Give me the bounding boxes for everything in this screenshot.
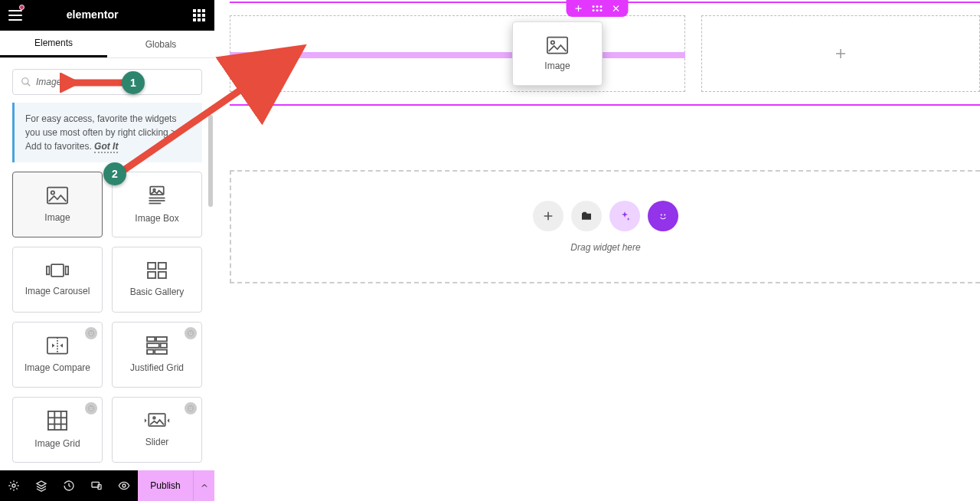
- brand-logo: elementor: [31, 9, 184, 21]
- widget-label: Image Box: [135, 213, 178, 224]
- face-icon: [656, 209, 670, 223]
- annotation-step-2: 2: [103, 162, 126, 185]
- settings-button[interactable]: [0, 470, 28, 501]
- widget-label: Image Compare: [24, 362, 90, 373]
- dropzone-hint: Drag widget here: [570, 242, 640, 253]
- svg-rect-12: [66, 267, 69, 275]
- svg-point-47: [122, 484, 126, 487]
- svg-rect-34: [48, 411, 67, 430]
- image-icon: [47, 186, 68, 205]
- layers-icon: [35, 480, 47, 492]
- svg-rect-28: [161, 343, 167, 348]
- widget-carousel[interactable]: Image Carousel: [12, 247, 103, 313]
- svg-rect-30: [155, 350, 167, 355]
- svg-rect-48: [547, 38, 567, 54]
- template-library-button[interactable]: [571, 201, 602, 231]
- widget-label: Image: [44, 212, 70, 223]
- widget-justified[interactable]: Justified Grid: [112, 322, 202, 388]
- drag-section-handle[interactable]: [593, 5, 603, 11]
- drag-preview-image-widget: Image: [512, 21, 603, 86]
- svg-rect-3: [47, 188, 67, 204]
- svg-point-40: [189, 408, 190, 408]
- svg-point-50: [658, 211, 669, 222]
- drag-preview-label: Image: [544, 61, 570, 71]
- tab-elements[interactable]: Elements: [0, 31, 107, 57]
- widget-label: Justified Grid: [130, 362, 184, 373]
- image-icon: [547, 36, 568, 54]
- sidebar-header: elementor: [0, 0, 214, 31]
- responsive-button[interactable]: [83, 470, 110, 501]
- editor-canvas[interactable]: Image Drag widget here: [214, 0, 980, 501]
- pro-badge-icon: [185, 327, 197, 339]
- folder-icon: [580, 210, 593, 222]
- widget-grid[interactable]: Image Grid: [12, 397, 103, 463]
- plus-icon: [574, 4, 583, 13]
- ai-assistant-button[interactable]: [648, 201, 678, 231]
- widget-compare[interactable]: Image Compare: [12, 322, 103, 388]
- add-section-plus-button[interactable]: [533, 201, 564, 231]
- carousel-icon: [46, 263, 69, 278]
- svg-point-1: [22, 78, 28, 84]
- svg-rect-29: [147, 350, 153, 355]
- widget-image[interactable]: Image: [12, 172, 103, 237]
- svg-rect-27: [147, 343, 159, 348]
- plus-icon: [542, 210, 554, 222]
- add-section-button[interactable]: [574, 4, 583, 13]
- svg-point-32: [90, 408, 90, 408]
- history-button[interactable]: [55, 470, 83, 501]
- preview-button[interactable]: [110, 470, 138, 501]
- grid-icon: [47, 411, 67, 431]
- pro-badge-icon: [85, 327, 97, 339]
- history-icon: [63, 480, 75, 492]
- svg-point-51: [661, 214, 662, 216]
- svg-point-52: [664, 214, 665, 216]
- svg-point-18: [90, 332, 90, 333]
- widget-slider[interactable]: Slider: [112, 397, 202, 463]
- close-icon: [612, 4, 621, 13]
- add-widget-button[interactable]: [834, 47, 848, 61]
- app-launcher-button[interactable]: [184, 0, 214, 31]
- svg-rect-10: [51, 264, 64, 277]
- devices-icon: [90, 480, 103, 492]
- publish-options-button[interactable]: [193, 470, 214, 501]
- grid-icon: [193, 9, 205, 21]
- svg-point-4: [51, 191, 54, 194]
- navigator-button[interactable]: [28, 470, 55, 501]
- svg-point-39: [188, 405, 194, 411]
- slider-icon: [144, 412, 170, 429]
- sparkle-icon: [619, 210, 631, 222]
- drag-icon: [593, 5, 603, 11]
- sidebar-footer: Publish: [0, 470, 214, 501]
- delete-section-button[interactable]: [612, 4, 621, 13]
- svg-rect-15: [148, 272, 155, 278]
- ai-generate-button[interactable]: [609, 201, 640, 231]
- publish-button[interactable]: Publish: [138, 470, 193, 501]
- hamburger-icon: [8, 10, 22, 21]
- svg-text:elementor: elementor: [67, 9, 119, 21]
- svg-point-22: [188, 330, 194, 336]
- pro-badge-icon: [85, 402, 97, 414]
- svg-point-44: [12, 484, 15, 487]
- section-handle[interactable]: [567, 0, 629, 17]
- annotation-step-1: 1: [122, 71, 145, 94]
- pro-badge-icon: [185, 402, 197, 414]
- widget-grid: ImageImage BoxImage CarouselBasic Galler…: [0, 172, 214, 463]
- svg-point-23: [189, 332, 190, 333]
- column-right[interactable]: [701, 15, 980, 92]
- svg-point-31: [88, 405, 94, 411]
- dropzone-actions: [533, 201, 678, 231]
- annotation-arrow-2: [113, 37, 312, 182]
- svg-point-43: [153, 417, 155, 419]
- svg-line-2: [28, 84, 31, 87]
- widget-label: Image Grid: [34, 438, 80, 449]
- new-section-dropzone[interactable]: Drag widget here: [230, 170, 980, 283]
- widget-label: Image Carousel: [25, 286, 90, 296]
- svg-point-19: [92, 332, 93, 333]
- menu-button[interactable]: [0, 0, 31, 31]
- gear-icon: [8, 480, 20, 492]
- image-box-icon: [146, 185, 168, 205]
- widget-gallery[interactable]: Basic Gallery: [112, 247, 202, 313]
- notification-dot-icon: [19, 5, 24, 10]
- svg-point-49: [551, 41, 554, 44]
- gallery-icon: [147, 262, 167, 279]
